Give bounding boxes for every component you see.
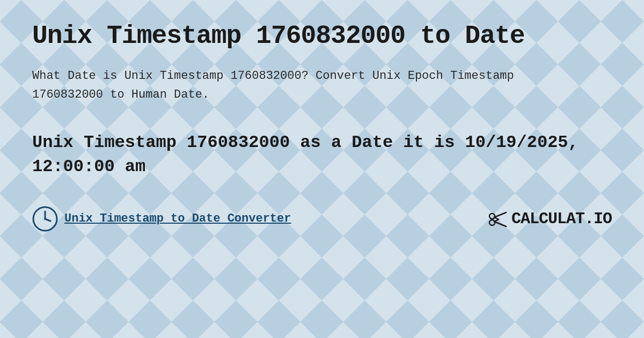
clock-icon <box>32 206 58 232</box>
logo-icon <box>487 208 508 230</box>
svg-line-9 <box>494 219 499 222</box>
page-title: Unix Timestamp 1760832000 to Date <box>32 21 612 50</box>
svg-point-5 <box>489 220 495 225</box>
result-text: Unix Timestamp 1760832000 as a Date it i… <box>32 131 612 179</box>
footer-link[interactable]: Unix Timestamp to Date Converter <box>64 212 291 225</box>
svg-line-6 <box>494 212 506 217</box>
result-section: Unix Timestamp 1760832000 as a Date it i… <box>32 131 612 179</box>
logo-section: CALCULAT.IO <box>487 208 612 230</box>
logo-text: CALCULAT.IO <box>511 210 612 228</box>
footer: Unix Timestamp to Date Converter CALCULA… <box>32 206 612 232</box>
svg-point-4 <box>489 214 495 219</box>
svg-point-3 <box>44 218 46 220</box>
main-content: Unix Timestamp 1760832000 to Date What D… <box>0 0 644 253</box>
svg-line-7 <box>494 222 506 226</box>
page-description: What Date is Unix Timestamp 1760832000? … <box>32 67 515 104</box>
footer-left: Unix Timestamp to Date Converter <box>32 206 291 232</box>
